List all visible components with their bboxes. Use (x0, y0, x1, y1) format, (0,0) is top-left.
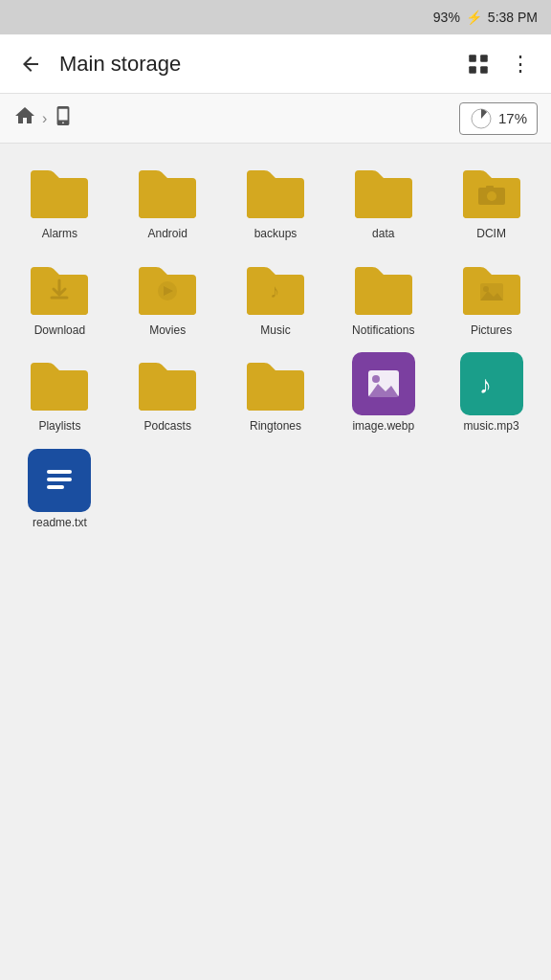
storage-percent-text: 17% (498, 110, 527, 126)
breadcrumb-separator: › (42, 110, 47, 127)
folder-icon-download (25, 256, 94, 321)
file-label-download: Download (34, 323, 85, 339)
time-text: 5:38 PM (488, 10, 538, 25)
file-label-dcim: DCIM (476, 227, 506, 242)
file-item-notifications[interactable]: Notifications (331, 252, 435, 343)
svg-point-7 (487, 191, 496, 201)
file-item-alarms[interactable]: Alarms (8, 155, 112, 246)
svg-text:♪: ♪ (270, 280, 279, 301)
svg-rect-8 (486, 186, 494, 189)
folder-icon-podcasts (133, 351, 202, 416)
image-file-icon (352, 352, 415, 415)
file-label-podcasts: Podcasts (144, 419, 191, 434)
file-label-ringtones: Ringtones (250, 419, 301, 434)
folder-icon-dcim (457, 159, 526, 224)
file-item-readme-txt[interactable]: readme.txt (8, 444, 112, 535)
file-label-android: Android (148, 227, 187, 242)
file-item-podcasts[interactable]: Podcasts (116, 347, 220, 438)
txt-icon-readme-txt (25, 448, 94, 513)
folder-icon-music: ♪ (241, 256, 310, 321)
svg-rect-22 (47, 485, 64, 489)
home-breadcrumb[interactable] (13, 104, 36, 133)
file-item-ringtones[interactable]: Ringtones (224, 347, 328, 438)
folder-icon-backups (241, 159, 310, 224)
folder-icon-data (349, 159, 418, 224)
grid-view-button[interactable] (457, 43, 499, 85)
file-label-readme-txt: readme.txt (33, 516, 87, 531)
text-file-icon (28, 449, 91, 512)
file-item-music[interactable]: ♪ Music (224, 252, 328, 343)
svg-rect-3 (480, 66, 488, 74)
file-label-alarms: Alarms (42, 227, 77, 242)
file-item-download[interactable]: Download (8, 252, 112, 343)
file-label-image-webp: image.webp (352, 419, 414, 434)
folder-icon-notifications (349, 256, 418, 321)
svg-rect-2 (469, 66, 476, 74)
svg-rect-21 (47, 478, 72, 481)
file-label-playlists: Playlists (38, 419, 80, 434)
file-item-music-mp3[interactable]: ♪ music.mp3 (439, 347, 543, 438)
image-icon-image-webp (349, 351, 418, 416)
file-label-data: data (372, 227, 394, 242)
file-item-backups[interactable]: backups (224, 155, 328, 246)
toolbar: Main storage ⋮ (0, 34, 551, 94)
svg-rect-20 (47, 470, 72, 474)
file-item-movies[interactable]: Movies (116, 252, 220, 343)
file-item-dcim[interactable]: DCIM (439, 155, 543, 246)
folder-icon-playlists (25, 351, 94, 416)
file-label-backups: backups (254, 227, 298, 242)
music-icon-music-mp3: ♪ (457, 351, 526, 416)
file-label-pictures: Pictures (471, 323, 512, 339)
storage-pie-icon (470, 107, 493, 130)
storage-usage-badge: 17% (459, 102, 538, 135)
back-button[interactable] (10, 43, 52, 85)
file-grid: Alarms Android backups data (0, 144, 551, 546)
file-label-music: Music (260, 323, 290, 339)
file-label-movies: Movies (149, 323, 186, 339)
file-label-music-mp3: music.mp3 (464, 419, 519, 434)
device-breadcrumb[interactable] (53, 105, 74, 131)
file-item-playlists[interactable]: Playlists (8, 347, 112, 438)
status-bar: 93% ⚡ 5:38 PM (0, 0, 551, 34)
svg-text:♪: ♪ (479, 370, 492, 399)
file-item-data[interactable]: data (331, 155, 435, 246)
more-options-button[interactable]: ⋮ (499, 43, 541, 85)
file-label-notifications: Notifications (352, 323, 414, 339)
breadcrumb-bar: › 17% (0, 94, 551, 144)
svg-rect-0 (469, 55, 476, 62)
svg-point-15 (483, 286, 489, 292)
file-item-image-webp[interactable]: image.webp (331, 347, 435, 438)
battery-icon: ⚡ (466, 10, 482, 25)
file-item-android[interactable]: Android (116, 155, 220, 246)
folder-icon-pictures (457, 256, 526, 321)
svg-point-18 (372, 375, 380, 383)
file-item-pictures[interactable]: Pictures (439, 252, 543, 343)
battery-text: 93% (433, 10, 460, 25)
page-title: Main storage (52, 52, 457, 77)
folder-icon-ringtones (241, 351, 310, 416)
music-file-icon: ♪ (460, 352, 523, 415)
folder-icon-movies (133, 256, 202, 321)
folder-icon-alarms (25, 159, 94, 224)
folder-icon-android (133, 159, 202, 224)
svg-rect-1 (480, 55, 488, 62)
